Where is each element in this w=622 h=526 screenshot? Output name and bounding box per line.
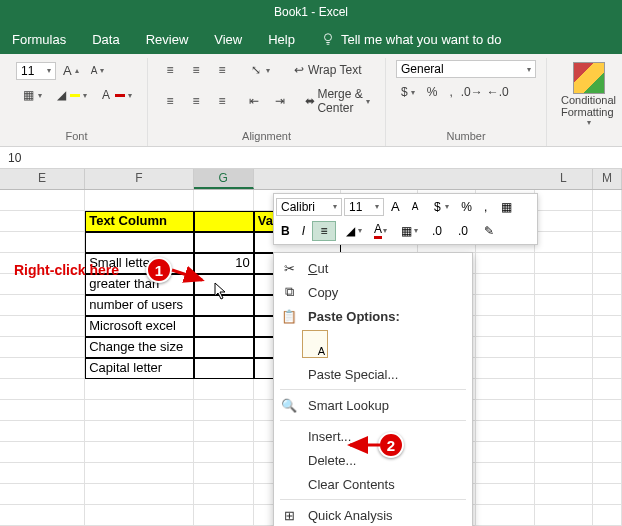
cell[interactable] [0, 400, 85, 421]
cell[interactable] [535, 421, 593, 442]
mini-font-combo[interactable]: Calibri▾ [276, 198, 342, 216]
ctx-copy[interactable]: ⧉ Copy [274, 280, 472, 304]
cell[interactable] [476, 316, 534, 337]
decrease-indent-button[interactable]: ⇤ [242, 91, 266, 111]
cell[interactable] [593, 442, 622, 463]
cell[interactable] [593, 190, 622, 211]
cell[interactable] [85, 442, 193, 463]
mini-format-painter[interactable]: ✎ [477, 221, 501, 241]
cell[interactable] [0, 421, 85, 442]
cell[interactable]: Capital letter [85, 358, 193, 379]
cell[interactable] [0, 337, 85, 358]
orientation-button[interactable]: ⤡▾ [244, 60, 275, 80]
mini-decrease-font[interactable]: A [407, 198, 424, 215]
mini-size-combo[interactable]: 11▾ [344, 198, 384, 216]
cell[interactable] [194, 505, 254, 526]
cell[interactable] [194, 400, 254, 421]
tab-formulas[interactable]: Formulas [12, 32, 66, 47]
cell[interactable] [194, 358, 254, 379]
number-format-combo[interactable]: General▾ [396, 60, 536, 78]
col-header-g[interactable]: G [194, 169, 254, 189]
decrease-font-button[interactable]: A▾ [86, 62, 110, 79]
cell[interactable] [535, 400, 593, 421]
cell[interactable]: Text Column [85, 211, 193, 232]
tab-help[interactable]: Help [268, 32, 295, 47]
cell[interactable] [593, 211, 622, 232]
col-header-m[interactable]: M [593, 169, 622, 189]
cell[interactable] [0, 484, 85, 505]
increase-decimal-button[interactable]: .0→ [460, 82, 484, 102]
cell[interactable] [593, 421, 622, 442]
cell[interactable] [535, 337, 593, 358]
currency-button[interactable]: $▾ [396, 82, 420, 102]
cell[interactable] [194, 463, 254, 484]
tab-view[interactable]: View [214, 32, 242, 47]
cell[interactable] [0, 442, 85, 463]
ctx-quick-analysis[interactable]: ⊞ Quick Analysis [274, 503, 472, 526]
cell[interactable] [593, 337, 622, 358]
cell[interactable] [593, 484, 622, 505]
cell[interactable] [593, 316, 622, 337]
cell[interactable] [535, 484, 593, 505]
col-header-l[interactable]: L [535, 169, 593, 189]
ctx-clear-contents[interactable]: Clear Contents [274, 472, 472, 496]
cell[interactable] [194, 442, 254, 463]
cell[interactable] [593, 295, 622, 316]
cell[interactable] [0, 316, 85, 337]
font-color-button[interactable]: A▾ [94, 85, 137, 105]
align-top-button[interactable]: ≡ [158, 60, 182, 80]
cell[interactable] [593, 400, 622, 421]
col-header-f[interactable]: F [85, 169, 194, 189]
ctx-paste-special[interactable]: Paste Special... [274, 362, 472, 386]
tab-data[interactable]: Data [92, 32, 119, 47]
mini-currency[interactable]: $▾ [425, 197, 454, 217]
align-right-button[interactable]: ≡ [210, 91, 234, 111]
conditional-formatting-button[interactable]: Conditional Formatting▾ [557, 60, 620, 129]
cell[interactable] [593, 379, 622, 400]
cell[interactable]: Change the size [85, 337, 193, 358]
cell[interactable] [593, 358, 622, 379]
cell[interactable] [476, 379, 534, 400]
cell[interactable] [593, 274, 622, 295]
align-center-button[interactable]: ≡ [184, 91, 208, 111]
cell[interactable] [535, 274, 593, 295]
cell[interactable] [535, 463, 593, 484]
cell[interactable] [85, 505, 193, 526]
mini-font-color[interactable]: A▾ [369, 219, 392, 242]
col-header-e[interactable]: E [0, 169, 85, 189]
cell[interactable] [476, 358, 534, 379]
cell[interactable] [535, 379, 593, 400]
cell[interactable] [0, 379, 85, 400]
increase-indent-button[interactable]: ⇥ [268, 91, 292, 111]
font-size-combo[interactable]: 11▾ [16, 62, 56, 80]
cell[interactable] [535, 211, 593, 232]
cell[interactable] [194, 421, 254, 442]
mini-percent[interactable]: % [456, 197, 477, 217]
tab-review[interactable]: Review [146, 32, 189, 47]
cell[interactable] [535, 253, 593, 274]
cell[interactable] [476, 505, 534, 526]
cell[interactable] [593, 463, 622, 484]
ctx-cut[interactable]: ✂ Cut [274, 256, 472, 280]
cell[interactable] [85, 232, 193, 253]
cell[interactable] [194, 211, 254, 232]
cell[interactable] [535, 505, 593, 526]
cell[interactable] [0, 505, 85, 526]
ctx-smart-lookup[interactable]: 🔍 Smart Lookup [274, 393, 472, 417]
mini-inc-decimal[interactable]: .0 [425, 221, 449, 241]
mini-fill-color[interactable]: ◢▾ [338, 221, 367, 241]
cell[interactable] [535, 316, 593, 337]
cell[interactable] [0, 463, 85, 484]
mini-bold[interactable]: B [276, 221, 295, 241]
mini-format-cells[interactable]: ▦ [494, 197, 518, 217]
cell[interactable]: Microsoft excel [85, 316, 193, 337]
align-middle-button[interactable]: ≡ [184, 60, 208, 80]
border-button[interactable]: ▦▾ [16, 85, 47, 105]
cell[interactable] [535, 442, 593, 463]
cell[interactable] [593, 253, 622, 274]
wrap-text-button[interactable]: ↩Wrap Text [287, 60, 367, 80]
cell[interactable] [0, 190, 85, 211]
cell[interactable] [535, 358, 593, 379]
cell[interactable] [85, 400, 193, 421]
cell[interactable] [0, 232, 85, 253]
